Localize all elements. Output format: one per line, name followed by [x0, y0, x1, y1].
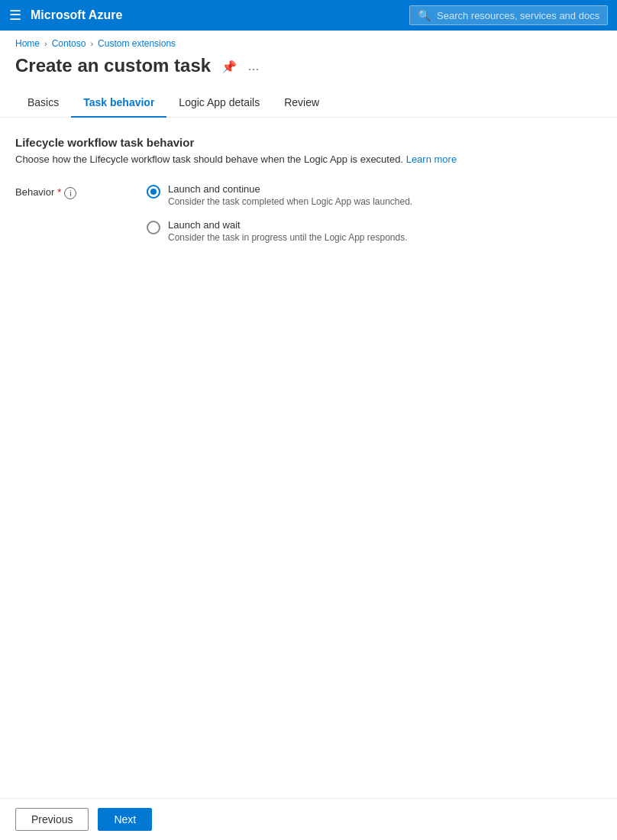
page-title: Create an custom task [15, 55, 211, 76]
breadcrumb-home[interactable]: Home [15, 38, 40, 49]
required-indicator: * [57, 186, 61, 198]
more-options-icon[interactable]: … [246, 58, 261, 75]
page-header-icons: 📌 … [220, 58, 261, 76]
search-box[interactable]: 🔍 [409, 5, 608, 25]
learn-more-link[interactable]: Learn more [406, 153, 457, 165]
tab-review[interactable]: Review [272, 89, 331, 118]
radio-btn-launch-wait[interactable] [147, 221, 160, 234]
radio-label-launch-continue: Launch and continue [168, 183, 412, 195]
tab-basics[interactable]: Basics [15, 89, 71, 118]
page-header: Create an custom task 📌 … [0, 52, 617, 89]
section-title: Lifecycle workflow task behavior [15, 136, 602, 149]
topbar: ☰ Microsoft Azure 🔍 [0, 0, 617, 31]
previous-button[interactable]: Previous [15, 808, 89, 831]
hamburger-menu-icon[interactable]: ☰ [9, 7, 21, 24]
radio-label-launch-wait: Launch and wait [168, 219, 408, 231]
breadcrumb: Home › Contoso › Custom extensions [0, 31, 617, 52]
pin-icon[interactable]: 📌 [220, 58, 238, 76]
next-button[interactable]: Next [98, 808, 152, 831]
behavior-label: Behavior * i [15, 183, 122, 243]
behavior-info-icon[interactable]: i [64, 187, 76, 199]
tab-logic-app-details[interactable]: Logic App details [166, 89, 272, 118]
footer: Previous Next [0, 798, 617, 840]
radio-option-launch-wait[interactable]: Launch and wait Consider the task in pro… [147, 219, 412, 243]
radio-option-launch-continue[interactable]: Launch and continue Consider the task co… [147, 183, 412, 207]
breadcrumb-custom-extensions[interactable]: Custom extensions [98, 38, 176, 49]
behavior-label-text: Behavior [15, 186, 54, 198]
radio-options: Launch and continue Consider the task co… [147, 183, 412, 243]
tab-task-behavior[interactable]: Task behavior [71, 89, 166, 118]
tabs: Basics Task behavior Logic App details R… [0, 89, 617, 118]
section-description: Choose how the Lifecycle workflow task s… [15, 153, 602, 165]
breadcrumb-sep-1: › [44, 39, 47, 48]
search-input[interactable] [437, 10, 599, 21]
breadcrumb-contoso[interactable]: Contoso [52, 38, 86, 49]
radio-btn-launch-continue[interactable] [147, 185, 160, 199]
section-desc-text: Choose how the Lifecycle workflow task s… [15, 153, 403, 165]
app-title: Microsoft Azure [31, 8, 122, 22]
behavior-field-row: Behavior * i Launch and continue Conside… [15, 183, 602, 243]
main-content: Lifecycle workflow task behavior Choose … [0, 118, 617, 798]
search-icon: 🔍 [418, 9, 431, 21]
radio-desc-launch-continue: Consider the task completed when Logic A… [168, 196, 412, 207]
breadcrumb-sep-2: › [90, 39, 93, 48]
radio-desc-launch-wait: Consider the task in progress until the … [168, 232, 408, 243]
